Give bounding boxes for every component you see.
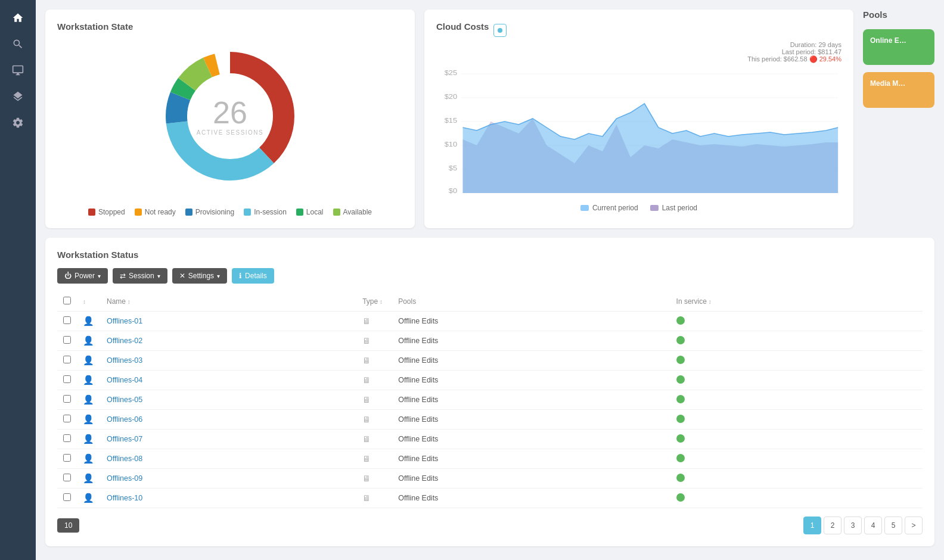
chart-legend-last: Last period (650, 204, 697, 212)
row-user-icon-1: 👤 (77, 331, 101, 351)
legend-label-in-session: In-session (254, 208, 287, 216)
cloud-costs-toggle-btn[interactable] (493, 24, 507, 37)
page-1-button[interactable]: 1 (803, 517, 821, 534)
row-pool-7: Offline Edits (392, 449, 670, 469)
row-in-service-4 (670, 390, 923, 410)
sidebar-item-settings[interactable] (6, 111, 30, 135)
row-in-service-2 (670, 351, 923, 371)
legend-label-local: Local (306, 208, 324, 216)
row-checkbox-0[interactable] (63, 316, 71, 324)
power-icon: ⏻ (64, 272, 72, 280)
settings-button[interactable]: ✕ Settings (172, 268, 227, 284)
cloud-cost-chart: $25 $20 $15 $10 $5 $0 (436, 68, 841, 199)
row-name-7: Offlines-08 (101, 449, 356, 469)
monitor-icon-4: 🖥 (362, 395, 371, 405)
user-icon-7: 👤 (83, 453, 94, 463)
toolbar: ⏻ Power ⇄ Session ✕ Settings ℹ Details (57, 268, 923, 284)
row-checkbox-5[interactable] (63, 415, 71, 422)
row-checkbox-4[interactable] (63, 395, 71, 403)
pool-media-m[interactable]: Media M… (863, 72, 934, 108)
row-checkbox-cell-5 (57, 410, 77, 430)
monitor-icon-9: 🖥 (362, 493, 371, 503)
table-row: 👤 Offlines-09 🖥 Offline Edits (57, 469, 923, 489)
table-row: 👤 Offlines-08 🖥 Offline Edits (57, 449, 923, 469)
user-icon-0: 👤 (83, 316, 94, 326)
page-size-button[interactable]: 10 (57, 518, 79, 533)
sidebar-item-layers[interactable] (6, 85, 30, 108)
last-period-value: $811.47 (818, 48, 841, 55)
row-in-service-1 (670, 331, 923, 351)
svg-text:$15: $15 (445, 117, 458, 125)
svg-text:$5: $5 (449, 164, 458, 172)
duration-label: Duration (790, 41, 815, 48)
pagination: 1 2 3 4 5 > (803, 517, 923, 534)
legend-local: Local (296, 208, 324, 216)
table-row: 👤 Offlines-10 🖥 Offline Edits (57, 489, 923, 508)
user-icon-8: 👤 (83, 473, 94, 483)
page-5-button[interactable]: 5 (884, 517, 902, 534)
legend-dot-stopped (88, 209, 95, 216)
monitor-icon-3: 🖥 (362, 375, 371, 385)
legend-current-label: Current period (592, 204, 638, 212)
page-3-button[interactable]: 3 (844, 517, 862, 534)
sidebar-item-home[interactable] (6, 6, 30, 30)
this-period-change: 🔴 29.54% (809, 55, 841, 63)
user-icon-2: 👤 (83, 355, 94, 365)
page-next-button[interactable]: > (905, 517, 923, 534)
row-type-8: 🖥 (356, 469, 392, 489)
row-name-0: Offlines-01 (101, 312, 356, 331)
session-icon: ⇄ (120, 272, 126, 280)
select-all-checkbox[interactable] (63, 297, 71, 304)
details-button[interactable]: ℹ Details (232, 268, 274, 284)
svg-text:$20: $20 (445, 93, 458, 101)
duration-value: 29 days (818, 41, 841, 48)
row-checkbox-cell-8 (57, 469, 77, 489)
row-checkbox-6[interactable] (63, 434, 71, 442)
monitor-icon-2: 🖥 (362, 356, 371, 365)
row-checkbox-cell-7 (57, 449, 77, 469)
row-checkbox-cell-3 (57, 371, 77, 390)
header-name[interactable]: Name (101, 292, 356, 312)
legend-dot-available (333, 209, 340, 216)
legend-in-session: In-session (244, 208, 287, 216)
details-label: Details (245, 272, 267, 280)
this-period-label: This period (747, 55, 780, 63)
header-type[interactable]: Type (356, 292, 392, 312)
row-user-icon-9: 👤 (77, 489, 101, 508)
in-service-dot-9 (676, 493, 685, 502)
svg-text:$25: $25 (445, 69, 458, 77)
sidebar-item-monitor[interactable] (6, 58, 30, 82)
row-checkbox-9[interactable] (63, 493, 71, 501)
cloud-costs-header: Cloud Costs (436, 21, 841, 39)
row-type-3: 🖥 (356, 371, 392, 390)
row-pool-4: Offline Edits (392, 390, 670, 410)
header-pools: Pools (392, 292, 670, 312)
row-checkbox-2[interactable] (63, 356, 71, 363)
row-name-4: Offlines-05 (101, 390, 356, 410)
monitor-icon-8: 🖥 (362, 474, 371, 483)
row-checkbox-1[interactable] (63, 336, 71, 344)
header-sort-icon[interactable] (77, 292, 101, 312)
header-in-service[interactable]: In service (670, 292, 923, 312)
pool-online-edits[interactable]: Online E… (863, 29, 934, 65)
user-icon-6: 👤 (83, 434, 94, 444)
row-checkbox-7[interactable] (63, 454, 71, 462)
monitor-icon-1: 🖥 (362, 336, 371, 346)
table-row: 👤 Offlines-01 🖥 Offline Edits (57, 312, 923, 331)
in-service-dot-8 (676, 474, 685, 482)
row-pool-3: Offline Edits (392, 371, 670, 390)
user-icon-1: 👤 (83, 335, 94, 346)
session-button[interactable]: ⇄ Session (113, 268, 167, 284)
page-2-button[interactable]: 2 (824, 517, 841, 534)
legend-provisioning: Provisioning (185, 208, 234, 216)
page-4-button[interactable]: 4 (864, 517, 882, 534)
power-button[interactable]: ⏻ Power (57, 268, 108, 284)
row-in-service-7 (670, 449, 923, 469)
row-checkbox-8[interactable] (63, 474, 71, 481)
in-service-dot-7 (676, 454, 685, 462)
svg-point-6 (498, 28, 502, 33)
sidebar-item-search[interactable] (6, 32, 30, 56)
row-type-6: 🖥 (356, 430, 392, 449)
row-checkbox-3[interactable] (63, 375, 71, 383)
row-user-icon-7: 👤 (77, 449, 101, 469)
